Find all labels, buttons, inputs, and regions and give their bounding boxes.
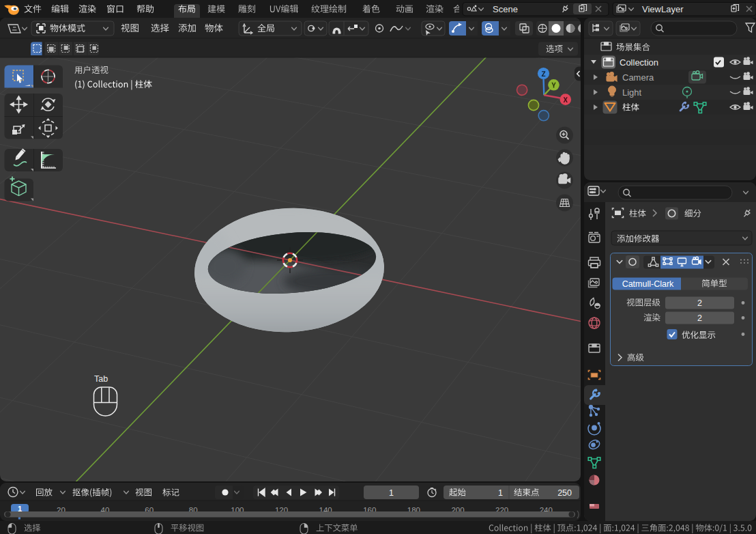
svg-text:Tab: Tab [94, 374, 108, 384]
svg-text:250: 250 [557, 488, 572, 498]
svg-text:1: 1 [498, 488, 503, 498]
svg-text:Catmull-Clark: Catmull-Clark [622, 279, 674, 289]
svg-text:2: 2 [697, 298, 702, 308]
svg-text:Scene: Scene [493, 4, 518, 14]
svg-text:1: 1 [389, 488, 394, 498]
svg-text:Camera: Camera [622, 72, 654, 83]
svg-text:Light: Light [622, 87, 642, 98]
svg-text:ViewLayer: ViewLayer [642, 4, 684, 14]
svg-text:Collection: Collection [620, 57, 658, 68]
svg-text:2: 2 [697, 313, 702, 323]
svg-text:1: 1 [18, 505, 22, 513]
